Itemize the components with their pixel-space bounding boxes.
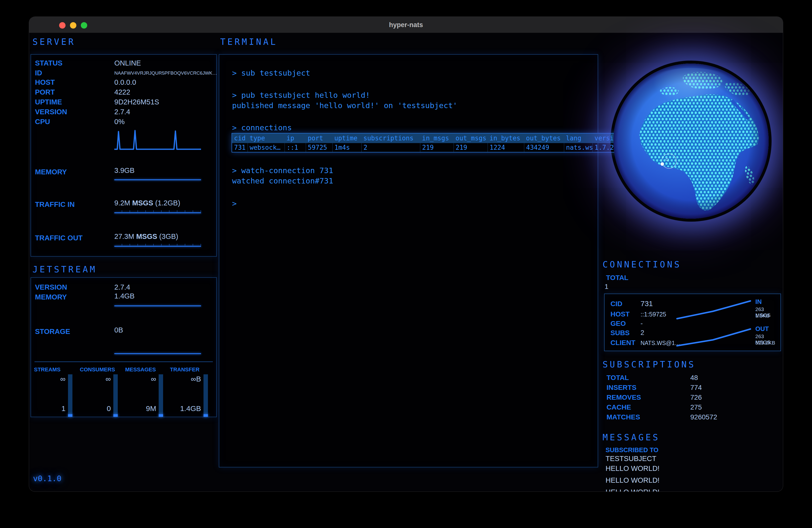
cid-value: 731 [640,299,653,308]
server-cpu-label: CPU [35,118,50,126]
server-status-value: ONLINE [114,59,141,67]
server-memory-label: MEMORY [35,168,67,176]
traffic-out-value: 27.3M MSGS (3GB) [114,233,178,240]
message-item: HELLO WORLD! [606,488,659,492]
connections-total-value: 1 [605,283,609,291]
connections-total-label: TOTAL [606,274,628,282]
col-header: port [306,133,332,143]
col-header: out_bytes [524,133,564,143]
subs-inserts-label: INSERTS [607,384,636,392]
connections-table: cid type ip port uptime subscriptions in… [232,133,626,152]
col-header: out_msgs [453,133,488,143]
cpu-sparkline [114,128,201,151]
globe-svg [610,61,772,222]
jetstream-version-label: VERSION [35,283,67,291]
jetstream-memory-value: 1.4GB [114,292,134,300]
col-header: uptime [332,133,361,143]
traffic-out-sparkline [114,246,201,247]
col-header: subscriptions [361,133,420,143]
subs-total-value: 48 [690,374,698,382]
jetstream-storage-line [114,353,201,354]
geo-label: GEO [610,320,626,327]
terminal-line: > pub testsubject hello world! [232,91,370,100]
traffic-out-label: TRAFFIC OUT [35,234,83,242]
subscribed-to-label: SUBSCRIBED TO [606,446,658,454]
server-uptime-value: 9D2H26M51S [114,98,159,106]
subs-removes-value: 726 [690,394,702,401]
server-port-value: 4222 [114,88,130,96]
streams-gauge-value: 1 [36,405,66,413]
server-port-label: PORT [35,88,55,96]
host-label: HOST [610,310,630,318]
subs-cache-label: CACHE [607,404,631,411]
cell-port: 59725 [306,143,332,152]
col-header: in_bytes [488,133,524,143]
cell-type: websock… [248,143,285,152]
message-item: HELLO WORLD! [606,465,659,473]
col-header: cid [232,133,248,143]
out-label: OUT [755,325,769,333]
out-traffic-chart [676,326,752,348]
server-panel: STATUS ONLINE ID NAAFWV4VRJRJQUR5PFBOQV6… [31,54,217,256]
cell-uptime: 1m4s [332,143,361,152]
transfer-gauge-value: 1.4GB [168,405,201,413]
messages-gauge-value: 9M [127,405,156,413]
jetstream-divider [34,362,213,362]
traffic-in-sparkline [114,212,201,213]
connection-card[interactable]: CID 731 HOST ::1:59725 GEO - SUBS 2 CLIE… [604,294,781,351]
col-header: lang [564,133,593,143]
subs-cache-value: 275 [690,404,702,411]
memory-gauge-line [114,179,201,180]
transfer-gauge-max: ∞B [168,375,201,383]
in-traffic-chart [676,298,752,321]
cell-outbytes: 434249 [524,143,564,152]
consumers-gauge-bar [113,374,118,417]
streams-gauge-bar [68,374,72,417]
terminal-line: > sub testsubject [232,69,310,77]
transfer-gauge-label: TRANSFER [170,366,200,373]
cell-outmsgs: 219 [453,143,488,152]
server-id-value: NAAFWV4VRJRJQUR5PFBOQV6VCRC6JWK… [114,70,217,76]
terminal-panel[interactable]: > sub testsubject > pub testsubject hell… [219,54,598,467]
server-id-label: ID [35,69,42,77]
terminal-line: watched connection#731 [232,176,333,185]
cell-cid: 731 [232,143,248,152]
traffic-in-label: TRAFFIC IN [35,201,75,209]
messages-gauge-label: MESSAGES [125,366,156,373]
subs-total-label: TOTAL [607,374,629,382]
subs-matches-label: MATCHES [607,413,640,421]
cell-inbytes: 1224 [488,143,524,152]
col-header: in_msgs [420,133,453,143]
terminal-line: > connections [232,123,292,132]
jetstream-memory-label: MEMORY [35,293,67,301]
terminal-prompt[interactable]: > [232,199,237,208]
cell-subs: 2 [361,143,420,152]
server-memory-value: 3.9GB [114,166,134,175]
server-cpu-value: 0% [114,118,125,126]
consumers-gauge-label: CONSUMERS [80,366,115,373]
cell-lang: nats.ws [564,143,593,152]
messages-section-title: MESSAGES [603,432,660,442]
col-header: type [248,133,285,143]
jetstream-memory-line [114,305,201,306]
terminal-line: published message 'hello world!' on 'tes… [232,101,458,110]
jetstream-version-value: 2.7.4 [114,283,130,291]
table-row[interactable]: 731 websock… ::1 59725 1m4s 2 219 219 12… [232,143,626,152]
streams-gauge-label: STREAMS [34,366,61,373]
messages-gauge-max: ∞ [127,375,156,383]
host-value: ::1:59725 [640,311,666,318]
traffic-in-ticks [114,210,201,212]
window-titlebar: hyper-nats [29,17,783,33]
consumers-gauge-max: ∞ [81,375,111,383]
subs-inserts-value: 774 [690,384,702,392]
server-status-label: STATUS [35,59,62,67]
streams-gauge-max: ∞ [36,375,66,383]
jetstream-storage-value: 0B [114,326,123,334]
subscribed-subject: TESTSUBJECT [606,455,656,463]
col-header: ip [285,133,306,143]
globe-visualization[interactable] [610,61,772,222]
app-window: hyper-nats SERVER STATUS ONLINE ID NAAFW… [29,17,783,492]
subs-removes-label: REMOVES [607,394,641,401]
table-header-row: cid type ip port uptime subscriptions in… [232,133,626,143]
in-label: IN [755,298,762,306]
